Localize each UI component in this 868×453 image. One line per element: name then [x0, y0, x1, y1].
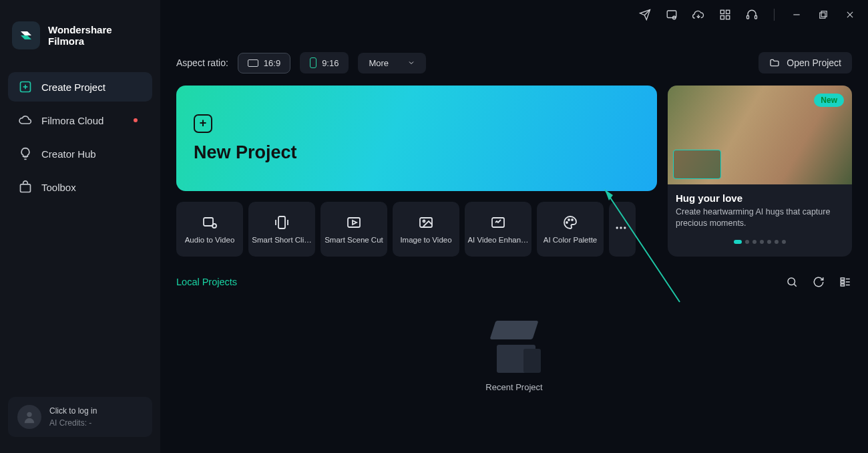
- svg-rect-39: [841, 281, 844, 283]
- audio-video-icon: [202, 214, 218, 231]
- svg-rect-25: [348, 218, 360, 227]
- tool-label: Audio to Video: [185, 236, 235, 244]
- more-label: More: [369, 58, 389, 68]
- tool-label: AI Video Enhan…: [467, 236, 528, 244]
- aspect-more-button[interactable]: More: [358, 53, 426, 73]
- login-box[interactable]: Click to log in AI Credits: -: [8, 397, 152, 437]
- main: Aspect ratio: 16:9 9:16 More Open Projec…: [160, 0, 868, 453]
- svg-point-32: [572, 219, 573, 220]
- promo-desc: Create heartwarming AI hugs that capture…: [676, 206, 844, 229]
- tool-audio-to-video[interactable]: Audio to Video: [176, 202, 243, 257]
- landscape-icon: [248, 59, 258, 67]
- sidebar-item-label: Creator Hub: [41, 148, 96, 160]
- toolbar: Aspect ratio: 16:9 9:16 More Open Projec…: [176, 0, 852, 86]
- svg-point-33: [616, 226, 618, 229]
- image-video-icon: [418, 214, 434, 231]
- notification-dot: [134, 118, 138, 122]
- portrait-icon: [310, 57, 316, 68]
- promo-thumbnail: [673, 150, 721, 179]
- hero-row: + New Project Audio to Video Smart Short…: [176, 86, 852, 257]
- brand: WondershareFilmora: [8, 9, 152, 72]
- promo-image: New: [668, 86, 852, 184]
- svg-rect-20: [204, 218, 213, 226]
- refresh-icon[interactable]: [812, 275, 825, 289]
- tool-label: Smart Scene Cut: [324, 236, 383, 244]
- tool-icon: [19, 180, 32, 194]
- svg-marker-13: [21, 31, 31, 35]
- tool-ai-color-palette[interactable]: AI Color Palette: [537, 202, 604, 257]
- sidebar: WondershareFilmora Create Project Filmor…: [0, 0, 160, 453]
- sidebar-item-filmora-cloud[interactable]: Filmora Cloud: [8, 106, 152, 135]
- tool-smart-short-clip[interactable]: Smart Short Cli…: [248, 202, 315, 257]
- tools-row: Audio to Video Smart Short Cli… Smart Sc…: [176, 202, 657, 257]
- svg-point-35: [624, 226, 626, 229]
- avatar-icon: [17, 405, 41, 429]
- promo-card[interactable]: New Hug your love Create heartwarming AI…: [668, 86, 852, 257]
- search-icon[interactable]: [785, 275, 799, 289]
- brand-text: WondershareFilmora: [48, 24, 112, 47]
- empty-label: Recent Project: [485, 382, 542, 392]
- svg-point-31: [568, 219, 570, 220]
- svg-point-30: [566, 222, 568, 223]
- svg-point-21: [212, 224, 216, 228]
- tool-label: AI Color Palette: [544, 236, 598, 244]
- svg-point-28: [423, 220, 425, 222]
- svg-marker-26: [353, 220, 357, 224]
- tool-image-to-video[interactable]: Image to Video: [393, 202, 459, 257]
- tool-ai-video-enhance[interactable]: AI Video Enhan…: [465, 202, 531, 257]
- aspect-16-9-button[interactable]: 16:9: [238, 53, 290, 73]
- svg-point-36: [788, 278, 795, 285]
- tool-label: Smart Short Cli…: [252, 236, 311, 244]
- aspect-ratio-label: Aspect ratio:: [176, 57, 228, 68]
- aspect-ratio-value: 16:9: [264, 58, 280, 68]
- login-title: Click to log in: [49, 405, 97, 417]
- palette-icon: [562, 214, 578, 231]
- sidebar-item-label: Create Project: [41, 82, 105, 93]
- folder-icon: [769, 57, 780, 68]
- svg-rect-18: [21, 184, 31, 192]
- enhance-icon: [490, 214, 506, 231]
- empty-state: Recent Project: [176, 321, 852, 392]
- svg-line-37: [794, 284, 796, 286]
- section-row: Local Projects: [176, 275, 852, 289]
- svg-point-19: [27, 412, 31, 417]
- open-project-button[interactable]: Open Project: [758, 52, 852, 73]
- sidebar-item-create-project[interactable]: Create Project: [8, 72, 152, 102]
- create-plus-icon: [19, 80, 32, 94]
- carousel-dots[interactable]: [668, 235, 852, 247]
- promo-title: Hug your love: [676, 192, 844, 204]
- login-credits: AI Credits: -: [49, 417, 97, 429]
- nav-list: Create Project Filmora Cloud Creator Hub…: [8, 72, 152, 202]
- sidebar-item-label: Filmora Cloud: [41, 115, 103, 126]
- view-list-icon[interactable]: [839, 275, 852, 289]
- clip-icon: [274, 214, 290, 231]
- aspect-ratio-value: 9:16: [322, 58, 339, 68]
- tool-label: Image to Video: [400, 236, 451, 244]
- bulb-icon: [19, 147, 32, 160]
- svg-marker-14: [21, 35, 31, 39]
- aspect-9-16-button[interactable]: 9:16: [300, 52, 349, 73]
- tool-more-button[interactable]: [609, 202, 636, 257]
- svg-rect-38: [841, 278, 844, 280]
- empty-box-icon: [485, 321, 544, 373]
- plus-square-icon: +: [194, 114, 212, 133]
- more-icon: [614, 221, 630, 237]
- svg-rect-40: [841, 284, 844, 286]
- chevron-down-icon: [407, 59, 415, 67]
- promo-body: Hug your love Create heartwarming AI hug…: [668, 184, 852, 235]
- section-actions: [785, 275, 852, 289]
- cloud-icon: [19, 114, 32, 127]
- open-project-label: Open Project: [787, 57, 841, 68]
- app-logo-icon: [12, 21, 40, 49]
- svg-point-34: [620, 226, 622, 229]
- sidebar-item-toolbox[interactable]: Toolbox: [8, 172, 152, 202]
- new-project-card[interactable]: + New Project: [176, 86, 657, 191]
- local-projects-tab[interactable]: Local Projects: [176, 277, 237, 287]
- login-text: Click to log in AI Credits: -: [49, 405, 97, 429]
- new-project-title: New Project: [194, 142, 640, 163]
- sidebar-item-creator-hub[interactable]: Creator Hub: [8, 139, 152, 168]
- svg-rect-22: [278, 216, 285, 229]
- scene-cut-icon: [346, 214, 362, 231]
- sidebar-item-label: Toolbox: [41, 182, 76, 193]
- tool-smart-scene-cut[interactable]: Smart Scene Cut: [320, 202, 387, 257]
